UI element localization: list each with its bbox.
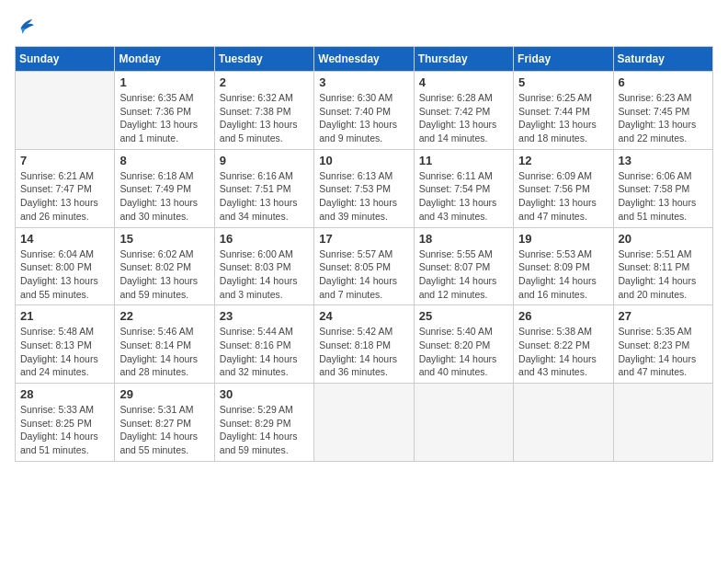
day-info: Sunrise: 6:21 AMSunset: 7:47 PMDaylight:…: [20, 169, 109, 224]
day-info: Sunrise: 5:57 AMSunset: 8:05 PMDaylight:…: [319, 247, 408, 302]
calendar-day-cell: 30Sunrise: 5:29 AMSunset: 8:29 PMDayligh…: [214, 384, 313, 462]
day-number: 2: [220, 75, 309, 89]
calendar-header-wednesday: Wednesday: [314, 47, 414, 72]
day-number: 9: [220, 154, 309, 167]
calendar-day-cell: 19Sunrise: 5:53 AMSunset: 8:09 PMDayligh…: [514, 227, 613, 305]
day-number: 21: [20, 309, 109, 323]
day-number: 24: [319, 309, 408, 323]
calendar-header-sunday: Sunday: [16, 47, 115, 72]
day-info: Sunrise: 6:32 AMSunset: 7:38 PMDaylight:…: [220, 91, 309, 145]
calendar-day-cell: 11Sunrise: 6:11 AMSunset: 7:54 PMDayligh…: [414, 149, 513, 227]
day-info: Sunrise: 5:46 AMSunset: 8:14 PMDaylight:…: [119, 325, 209, 379]
day-number: 15: [119, 232, 209, 246]
day-number: 8: [119, 154, 209, 167]
calendar-day-cell: 29Sunrise: 5:31 AMSunset: 8:27 PMDayligh…: [115, 384, 214, 462]
day-info: Sunrise: 6:00 AMSunset: 8:03 PMDaylight:…: [220, 247, 309, 302]
calendar-header-thursday: Thursday: [414, 47, 513, 72]
day-number: 23: [220, 309, 309, 323]
calendar-day-cell: 4Sunrise: 6:28 AMSunset: 7:42 PMDaylight…: [414, 72, 513, 150]
calendar-header-tuesday: Tuesday: [214, 47, 313, 72]
day-number: 17: [319, 232, 408, 246]
day-info: Sunrise: 6:02 AMSunset: 8:02 PMDaylight:…: [119, 247, 209, 302]
day-info: Sunrise: 5:48 AMSunset: 8:13 PMDaylight:…: [20, 325, 109, 379]
calendar-day-cell: 3Sunrise: 6:30 AMSunset: 7:40 PMDaylight…: [314, 72, 414, 150]
day-number: 20: [619, 232, 708, 246]
logo-bird-icon: [15, 15, 37, 37]
day-number: 27: [619, 309, 708, 323]
day-number: 13: [619, 154, 708, 167]
day-info: Sunrise: 6:11 AMSunset: 7:54 PMDaylight:…: [419, 169, 508, 224]
day-info: Sunrise: 6:23 AMSunset: 7:45 PMDaylight:…: [619, 91, 708, 145]
day-number: 16: [220, 232, 309, 246]
calendar-day-cell: 1Sunrise: 6:35 AMSunset: 7:36 PMDaylight…: [115, 72, 214, 150]
calendar-day-cell: 14Sunrise: 6:04 AMSunset: 8:00 PMDayligh…: [16, 227, 115, 305]
day-number: 22: [119, 309, 209, 323]
day-info: Sunrise: 5:44 AMSunset: 8:16 PMDaylight:…: [220, 325, 309, 379]
day-number: 10: [319, 154, 408, 167]
calendar-day-cell: [414, 384, 513, 462]
calendar-day-cell: 2Sunrise: 6:32 AMSunset: 7:38 PMDaylight…: [214, 72, 313, 150]
calendar-header-row: SundayMondayTuesdayWednesdayThursdayFrid…: [16, 47, 713, 72]
calendar-day-cell: 9Sunrise: 6:16 AMSunset: 7:51 PMDaylight…: [214, 149, 313, 227]
day-number: 19: [518, 232, 608, 246]
day-info: Sunrise: 6:18 AMSunset: 7:49 PMDaylight:…: [119, 169, 209, 224]
day-info: Sunrise: 6:13 AMSunset: 7:53 PMDaylight:…: [319, 169, 408, 224]
calendar-day-cell: 10Sunrise: 6:13 AMSunset: 7:53 PMDayligh…: [314, 149, 414, 227]
day-number: 4: [419, 75, 508, 89]
day-number: 29: [119, 387, 209, 401]
logo: [15, 15, 40, 37]
day-info: Sunrise: 5:40 AMSunset: 8:20 PMDaylight:…: [419, 325, 508, 379]
calendar-day-cell: 12Sunrise: 6:09 AMSunset: 7:56 PMDayligh…: [514, 149, 613, 227]
calendar-day-cell: 20Sunrise: 5:51 AMSunset: 8:11 PMDayligh…: [613, 227, 712, 305]
calendar-week-row: 28Sunrise: 5:33 AMSunset: 8:25 PMDayligh…: [16, 384, 713, 462]
calendar-day-cell: 7Sunrise: 6:21 AMSunset: 7:47 PMDaylight…: [16, 149, 115, 227]
calendar-day-cell: 22Sunrise: 5:46 AMSunset: 8:14 PMDayligh…: [115, 305, 214, 384]
day-info: Sunrise: 6:16 AMSunset: 7:51 PMDaylight:…: [220, 169, 309, 224]
day-number: 18: [419, 232, 508, 246]
calendar-day-cell: 24Sunrise: 5:42 AMSunset: 8:18 PMDayligh…: [314, 305, 414, 384]
day-number: 12: [518, 154, 608, 167]
day-number: 7: [20, 154, 109, 167]
calendar-day-cell: [514, 384, 613, 462]
day-info: Sunrise: 6:25 AMSunset: 7:44 PMDaylight:…: [518, 91, 608, 145]
calendar-day-cell: 27Sunrise: 5:35 AMSunset: 8:23 PMDayligh…: [613, 305, 712, 384]
calendar-day-cell: [613, 384, 712, 462]
day-number: 28: [20, 387, 109, 401]
day-number: 26: [518, 309, 608, 323]
calendar-header-saturday: Saturday: [613, 47, 712, 72]
calendar-day-cell: 17Sunrise: 5:57 AMSunset: 8:05 PMDayligh…: [314, 227, 414, 305]
calendar-day-cell: 6Sunrise: 6:23 AMSunset: 7:45 PMDaylight…: [613, 72, 712, 150]
day-info: Sunrise: 5:55 AMSunset: 8:07 PMDaylight:…: [419, 247, 508, 302]
day-number: 3: [319, 75, 408, 89]
calendar-day-cell: 18Sunrise: 5:55 AMSunset: 8:07 PMDayligh…: [414, 227, 513, 305]
day-info: Sunrise: 5:51 AMSunset: 8:11 PMDaylight:…: [619, 247, 708, 302]
day-number: 5: [518, 75, 608, 89]
day-info: Sunrise: 6:04 AMSunset: 8:00 PMDaylight:…: [20, 247, 109, 302]
calendar-day-cell: 23Sunrise: 5:44 AMSunset: 8:16 PMDayligh…: [214, 305, 313, 384]
day-info: Sunrise: 5:35 AMSunset: 8:23 PMDaylight:…: [619, 325, 708, 379]
day-info: Sunrise: 6:09 AMSunset: 7:56 PMDaylight:…: [518, 169, 608, 224]
day-info: Sunrise: 6:06 AMSunset: 7:58 PMDaylight:…: [619, 169, 708, 224]
day-number: 14: [20, 232, 109, 246]
calendar-day-cell: 5Sunrise: 6:25 AMSunset: 7:44 PMDaylight…: [514, 72, 613, 150]
calendar-day-cell: 28Sunrise: 5:33 AMSunset: 8:25 PMDayligh…: [16, 384, 115, 462]
day-info: Sunrise: 5:33 AMSunset: 8:25 PMDaylight:…: [20, 403, 109, 457]
calendar-day-cell: 13Sunrise: 6:06 AMSunset: 7:58 PMDayligh…: [613, 149, 712, 227]
calendar-table: SundayMondayTuesdayWednesdayThursdayFrid…: [15, 46, 713, 462]
day-info: Sunrise: 6:35 AMSunset: 7:36 PMDaylight:…: [119, 91, 209, 145]
calendar-day-cell: [16, 72, 115, 150]
calendar-week-row: 1Sunrise: 6:35 AMSunset: 7:36 PMDaylight…: [16, 72, 713, 150]
day-info: Sunrise: 5:31 AMSunset: 8:27 PMDaylight:…: [119, 403, 209, 457]
day-info: Sunrise: 5:38 AMSunset: 8:22 PMDaylight:…: [518, 325, 608, 379]
day-number: 25: [419, 309, 508, 323]
calendar-day-cell: 16Sunrise: 6:00 AMSunset: 8:03 PMDayligh…: [214, 227, 313, 305]
day-info: Sunrise: 5:53 AMSunset: 8:09 PMDaylight:…: [518, 247, 608, 302]
day-info: Sunrise: 6:30 AMSunset: 7:40 PMDaylight:…: [319, 91, 408, 145]
calendar-header-friday: Friday: [514, 47, 613, 72]
day-info: Sunrise: 6:28 AMSunset: 7:42 PMDaylight:…: [419, 91, 508, 145]
calendar-day-cell: 26Sunrise: 5:38 AMSunset: 8:22 PMDayligh…: [514, 305, 613, 384]
calendar-day-cell: 21Sunrise: 5:48 AMSunset: 8:13 PMDayligh…: [16, 305, 115, 384]
calendar-week-row: 14Sunrise: 6:04 AMSunset: 8:00 PMDayligh…: [16, 227, 713, 305]
day-number: 11: [419, 154, 508, 167]
calendar-week-row: 21Sunrise: 5:48 AMSunset: 8:13 PMDayligh…: [16, 305, 713, 384]
